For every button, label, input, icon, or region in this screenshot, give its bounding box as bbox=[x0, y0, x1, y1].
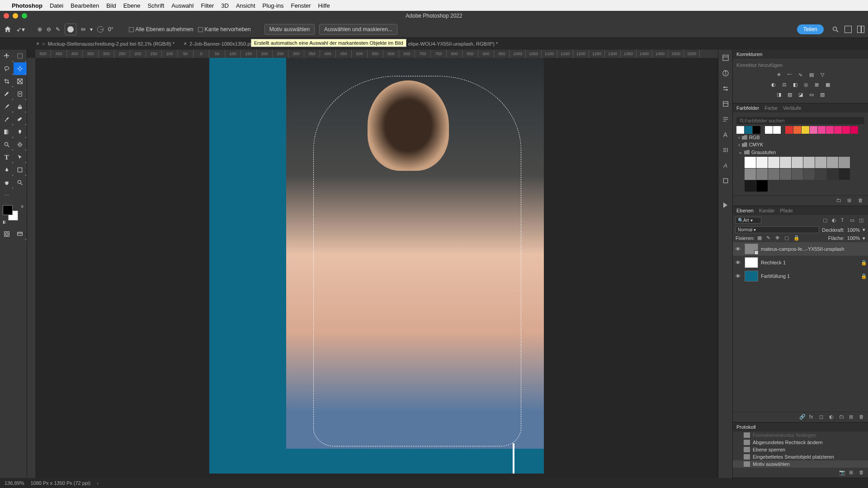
swatch[interactable] bbox=[745, 169, 756, 180]
history-tab[interactable]: Protokoll bbox=[736, 424, 756, 430]
hand-tool[interactable] bbox=[0, 176, 14, 189]
color-tab[interactable]: Farbe bbox=[764, 105, 778, 111]
layer-thumbnail[interactable] bbox=[745, 257, 758, 268]
levels-icon[interactable]: ⬳ bbox=[786, 70, 794, 79]
snapshot-icon[interactable]: 📷 bbox=[839, 469, 845, 476]
lock-icon[interactable]: 🔒 bbox=[861, 260, 865, 266]
layer-name[interactable]: mateus-campos-fe...-YX55II-unsplash bbox=[761, 246, 865, 252]
actions-panel-icon[interactable] bbox=[722, 202, 729, 209]
select-subject-button[interactable]: Motiv auswählen bbox=[264, 24, 315, 35]
vibrance-icon[interactable]: ▽ bbox=[818, 70, 826, 79]
close-window-icon[interactable] bbox=[4, 13, 9, 19]
subtract-selection-icon[interactable]: ⊖ bbox=[47, 26, 51, 33]
visibility-icon[interactable]: 👁 bbox=[736, 273, 742, 279]
menu-select[interactable]: Auswahl bbox=[171, 2, 193, 9]
swatch-folder-rgb[interactable]: ›RGB bbox=[736, 134, 864, 141]
quick-selection-tool[interactable] bbox=[14, 62, 27, 75]
arrange-icon[interactable] bbox=[857, 26, 864, 33]
menu-window[interactable]: Fenster bbox=[291, 2, 311, 9]
history-item[interactable]: Motiv auswählen bbox=[733, 460, 868, 468]
adjustments-tab[interactable]: Korrekturen bbox=[736, 52, 762, 57]
pen-tool[interactable] bbox=[0, 164, 14, 176]
history-item[interactable]: Eingebettetes Smartobjekt platzieren bbox=[733, 453, 868, 460]
brush-tool[interactable] bbox=[0, 100, 14, 113]
filter-shape-icon[interactable]: ▭ bbox=[850, 217, 856, 224]
menu-type[interactable]: Schrift bbox=[147, 2, 164, 9]
swatch[interactable] bbox=[768, 157, 779, 168]
visibility-icon[interactable]: 👁 bbox=[736, 260, 742, 265]
layer-row[interactable]: 👁 Rechteck 1 🔒 bbox=[733, 256, 868, 269]
new-layer-icon[interactable]: ⊞ bbox=[849, 414, 855, 420]
swatch[interactable] bbox=[780, 169, 791, 180]
gradients-tab[interactable]: Verläufe bbox=[783, 105, 801, 111]
swatch[interactable] bbox=[780, 157, 791, 168]
add-adjustment-layer-icon[interactable]: ◐ bbox=[829, 414, 835, 420]
screen-mode-icon[interactable] bbox=[14, 228, 27, 240]
black-white-icon[interactable]: ◧ bbox=[791, 80, 799, 89]
layers-tab[interactable]: Ebenen bbox=[736, 208, 754, 213]
tool-preset-icon[interactable]: ➶▾ bbox=[16, 26, 25, 33]
swatch[interactable] bbox=[785, 126, 793, 134]
swatch[interactable] bbox=[850, 126, 858, 134]
visibility-icon[interactable]: 👁 bbox=[736, 246, 742, 252]
color-lookup-icon[interactable]: ▦ bbox=[824, 80, 832, 89]
swatch[interactable] bbox=[818, 126, 826, 134]
selective-color-icon[interactable]: ▧ bbox=[818, 90, 826, 99]
channels-tab[interactable]: Kanäle bbox=[759, 208, 774, 213]
angle-value[interactable]: 0° bbox=[108, 26, 113, 33]
swatch[interactable] bbox=[765, 126, 773, 134]
dodge-tool[interactable] bbox=[0, 138, 14, 151]
fill-value[interactable]: 100% bbox=[847, 235, 860, 241]
swatch[interactable] bbox=[839, 157, 850, 168]
swatch[interactable] bbox=[802, 126, 809, 134]
menu-file[interactable]: Datei bbox=[50, 2, 63, 9]
rectangle-tool[interactable] bbox=[14, 164, 27, 176]
lock-transparent-icon[interactable]: ▦ bbox=[757, 235, 764, 241]
swatch[interactable] bbox=[839, 169, 850, 180]
swatch[interactable] bbox=[756, 180, 768, 192]
app-menu[interactable]: Photoshop bbox=[12, 2, 42, 9]
share-button[interactable]: Teilen bbox=[797, 24, 824, 34]
foreground-color[interactable] bbox=[3, 205, 13, 215]
angle-icon[interactable] bbox=[97, 26, 104, 33]
brightness-contrast-icon[interactable]: ☀ bbox=[775, 70, 783, 79]
search-icon[interactable] bbox=[832, 26, 839, 33]
paint-bucket-tool[interactable] bbox=[14, 126, 27, 138]
swatch[interactable] bbox=[792, 157, 803, 168]
menu-plugins[interactable]: Plug-ins bbox=[263, 2, 284, 9]
delete-state-icon[interactable]: 🗑 bbox=[859, 469, 865, 476]
swatch[interactable] bbox=[736, 126, 744, 134]
glyphs-panel-icon[interactable]: A bbox=[722, 162, 729, 169]
swatch[interactable] bbox=[756, 169, 768, 180]
threshold-icon[interactable]: ◪ bbox=[797, 90, 805, 99]
filter-adjustment-icon[interactable]: ◐ bbox=[832, 217, 838, 224]
history-brush-tool[interactable] bbox=[0, 113, 14, 126]
menu-view[interactable]: Ansicht bbox=[236, 2, 255, 9]
quick-mask-icon[interactable] bbox=[0, 228, 14, 240]
canvas-area[interactable]: 5004504003503002502001501005005010015020… bbox=[27, 50, 718, 478]
new-swatch-icon[interactable]: ⊞ bbox=[847, 197, 854, 204]
menu-help[interactable]: Hilfe bbox=[318, 2, 330, 9]
swatch[interactable] bbox=[792, 169, 803, 180]
info-panel-icon[interactable] bbox=[722, 70, 729, 77]
swatch[interactable] bbox=[815, 157, 826, 168]
new-group-icon[interactable]: 🗀 bbox=[839, 414, 845, 420]
default-colors-icon[interactable]: ◧ bbox=[3, 220, 6, 224]
close-tab-icon[interactable]: × bbox=[36, 41, 39, 47]
menu-filter[interactable]: Filter bbox=[201, 2, 214, 9]
invert-icon[interactable]: ◨ bbox=[775, 90, 783, 99]
hue-saturation-icon[interactable]: ◐ bbox=[769, 80, 778, 89]
swatch[interactable] bbox=[768, 169, 779, 180]
posterize-icon[interactable]: ▨ bbox=[786, 90, 794, 99]
lock-icon[interactable]: 🔒 bbox=[861, 273, 865, 279]
document-tab-1[interactable]: ×○Mockup-Stellenausschreibung-2.psd bei … bbox=[32, 38, 179, 50]
lock-position-icon[interactable]: ✥ bbox=[775, 235, 782, 241]
swatch-folder-grayscale[interactable]: ⌄Graustufen bbox=[736, 148, 864, 156]
swatch[interactable] bbox=[827, 169, 838, 180]
history-item[interactable]: Formebenenkontur festlegen bbox=[733, 432, 868, 439]
clone-stamp-tool[interactable] bbox=[14, 100, 27, 113]
vertical-ruler[interactable] bbox=[27, 58, 35, 478]
healing-brush-tool[interactable] bbox=[14, 88, 27, 100]
opacity-value[interactable]: 100% bbox=[847, 227, 860, 233]
layer-name[interactable]: Farbfüllung 1 bbox=[761, 273, 858, 279]
